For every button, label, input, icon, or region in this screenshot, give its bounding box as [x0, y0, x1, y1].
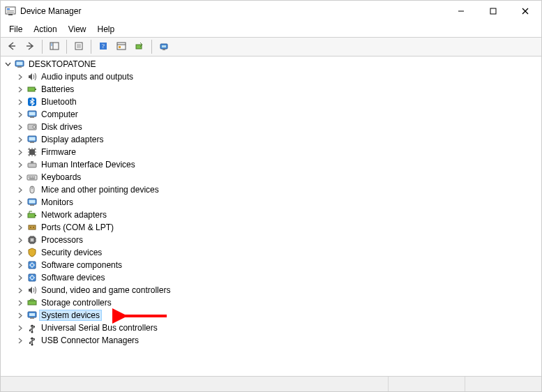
toolbar-properties-button[interactable] [70, 39, 87, 54]
chevron-right-icon[interactable] [16, 211, 24, 219]
chevron-right-icon[interactable] [16, 160, 24, 169]
svg-rect-24 [162, 45, 166, 47]
menu-action[interactable]: Action [28, 23, 62, 36]
chevron-right-icon[interactable] [16, 186, 24, 194]
toolbar-forward-button[interactable] [22, 39, 38, 54]
chip-icon [27, 146, 38, 158]
chevron-right-icon[interactable] [16, 135, 24, 144]
tree-category-system[interactable]: System devices [16, 309, 541, 322]
tree-category-swdev[interactable]: Software devices [16, 271, 541, 284]
tree-category-storage[interactable]: Storage controllers [16, 296, 541, 309]
maximize-button[interactable] [477, 1, 509, 22]
sw-icon [27, 259, 38, 271]
chevron-right-icon[interactable] [16, 311, 24, 319]
tree-category-label: Computer [40, 110, 80, 119]
svg-rect-22 [136, 45, 142, 49]
tree-category-label: Ports (COM & LPT) [40, 223, 115, 232]
menu-file[interactable]: File [3, 23, 28, 36]
tree-category-computer[interactable]: Computer [16, 108, 541, 121]
tree-category-monitors[interactable]: Monitors [16, 196, 541, 209]
tree-category-usbconn[interactable]: USB Connector Managers [16, 334, 541, 347]
tree-category-mice[interactable]: Mice and other pointing devices [16, 183, 541, 196]
arrow-right-icon [25, 41, 35, 53]
title-bar: Device Manager [1, 1, 541, 22]
update-driver-icon [135, 41, 144, 53]
chevron-right-icon[interactable] [16, 261, 24, 269]
tree-root-label: DESKTOPATONE [27, 59, 97, 69]
svg-rect-46 [32, 176, 33, 178]
tree-category-swcomp[interactable]: Software components [16, 259, 541, 271]
chevron-right-icon[interactable] [16, 273, 24, 282]
tree-category-display[interactable]: Display adapters [16, 133, 541, 146]
chevron-right-icon[interactable] [16, 299, 24, 307]
chevron-right-icon[interactable] [16, 148, 24, 156]
toolbar-update-driver-button[interactable] [131, 39, 148, 54]
svg-rect-1 [7, 8, 10, 10]
tree-category-firmware[interactable]: Firmware [16, 146, 541, 158]
minimize-button[interactable] [445, 1, 477, 22]
chevron-down-icon[interactable] [3, 60, 12, 68]
tree-category-label: Software components [40, 260, 123, 270]
tree-category-label: Disk drives [40, 122, 84, 132]
chevron-right-icon[interactable] [16, 223, 24, 232]
chevron-right-icon[interactable] [16, 286, 24, 294]
tree-category-disk[interactable]: Disk drives [16, 121, 541, 133]
chevron-right-icon[interactable] [16, 248, 24, 257]
tree-category-label: Display adapters [40, 135, 105, 144]
tree-category-label: Human Interface Devices [40, 160, 137, 169]
toolbar-help-button[interactable]: ? [95, 39, 112, 54]
tree-category-audio[interactable]: Audio inputs and outputs [16, 70, 541, 83]
svg-point-58 [33, 227, 34, 228]
chevron-right-icon[interactable] [16, 198, 24, 206]
svg-rect-52 [29, 200, 36, 204]
toolbar-separator [42, 40, 43, 54]
tree-category-usb[interactable]: Universal Serial Bus controllers [16, 322, 541, 334]
toolbar-scan-hardware-button[interactable] [156, 39, 172, 54]
status-cell [1, 377, 388, 391]
toolbar-back-button[interactable] [3, 39, 20, 54]
properties-icon [74, 41, 84, 53]
tree-category-keyboards[interactable]: Keyboards [16, 171, 541, 183]
device-tree[interactable]: DESKTOPATONE Audio inputs and outputsBat… [1, 56, 541, 376]
svg-rect-67 [29, 313, 35, 316]
toolbar-action-button[interactable] [113, 39, 130, 54]
chevron-right-icon[interactable] [16, 98, 24, 106]
svg-rect-28 [17, 66, 22, 68]
usb-icon [27, 335, 38, 346]
tree-category-ports[interactable]: Ports (COM & LPT) [16, 221, 541, 234]
tree-root-node[interactable]: DESKTOPATONE [3, 58, 541, 70]
chevron-right-icon[interactable] [16, 85, 24, 93]
tree-category-processors[interactable]: Processors [16, 234, 541, 246]
tree-category-network[interactable]: Network adapters [16, 209, 541, 221]
svg-rect-47 [34, 176, 36, 178]
menu-view[interactable]: View [63, 23, 92, 36]
chevron-right-icon[interactable] [16, 173, 24, 181]
tree-category-label: Sound, video and game controllers [40, 285, 172, 295]
tree-category-label: USB Connector Managers [40, 336, 140, 345]
tree-category-security[interactable]: Security devices [16, 246, 541, 259]
svg-rect-2 [7, 10, 14, 11]
menu-help[interactable]: Help [92, 23, 121, 36]
tree-category-sound[interactable]: Sound, video and game controllers [16, 284, 541, 296]
chevron-right-icon[interactable] [16, 123, 24, 131]
tree-category-label: Bluetooth [40, 97, 78, 107]
chevron-right-icon[interactable] [16, 73, 24, 81]
chevron-right-icon[interactable] [16, 336, 24, 345]
monitor-icon [27, 197, 38, 208]
status-cell [388, 377, 465, 391]
chevron-right-icon[interactable] [16, 110, 24, 119]
tree-category-batteries[interactable]: Batteries [16, 83, 541, 96]
svg-point-72 [31, 344, 33, 346]
help-icon: ? [98, 41, 108, 53]
tree-category-hid[interactable]: Human Interface Devices [16, 158, 541, 171]
chevron-right-icon[interactable] [16, 236, 24, 244]
tree-category-bluetooth[interactable]: Bluetooth [16, 96, 541, 108]
chevron-right-icon[interactable] [16, 324, 24, 332]
toolbar: ? [1, 37, 541, 56]
svg-rect-54 [28, 213, 35, 218]
toolbar-separator [91, 40, 91, 54]
toolbar-show-hide-tree-button[interactable] [46, 39, 63, 54]
speaker-icon [27, 285, 38, 296]
cpu-icon [27, 234, 38, 246]
close-button[interactable] [509, 1, 541, 22]
